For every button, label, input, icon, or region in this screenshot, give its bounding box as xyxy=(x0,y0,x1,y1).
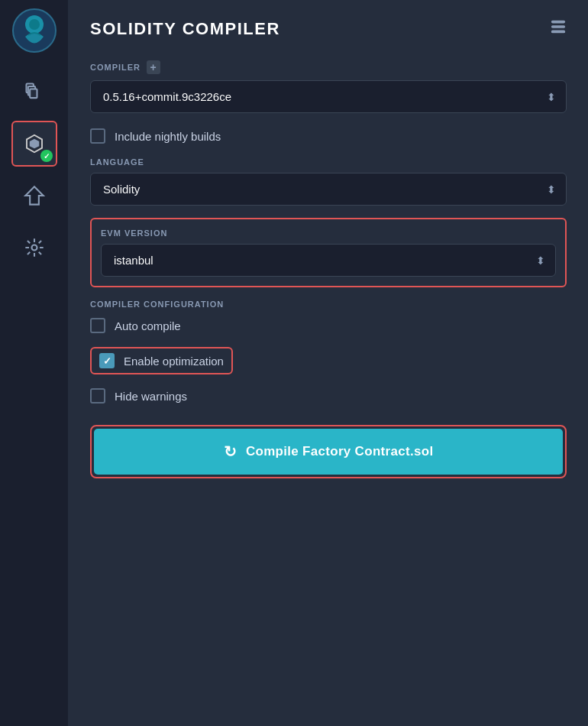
enable-optimization-row[interactable]: Enable optimization xyxy=(90,347,233,374)
svg-rect-10 xyxy=(552,21,565,23)
auto-compile-checkbox[interactable] xyxy=(90,318,105,333)
header: SOLIDITY COMPILER xyxy=(90,18,567,39)
nightly-builds-label: Include nightly builds xyxy=(115,130,221,143)
hide-warnings-row[interactable]: Hide warnings xyxy=(90,385,567,407)
hide-warnings-label: Hide warnings xyxy=(115,390,187,403)
auto-compile-label: Auto compile xyxy=(115,319,181,332)
hide-warnings-checkbox[interactable] xyxy=(90,388,105,404)
nightly-builds-row[interactable]: Include nightly builds xyxy=(90,125,567,147)
svg-marker-8 xyxy=(25,186,43,204)
svg-point-9 xyxy=(31,245,37,251)
language-wrapper: Solidity ⬍ xyxy=(90,173,567,206)
page-title: SOLIDITY COMPILER xyxy=(90,19,280,39)
svg-point-2 xyxy=(29,19,40,30)
compiler-config-section: COMPILER CONFIGURATION Auto compile Enab… xyxy=(90,300,567,407)
svg-rect-11 xyxy=(552,26,565,28)
compiler-version-wrapper: 0.5.16+commit.9c3226ce ⬍ xyxy=(90,80,567,113)
sidebar-item-compiler[interactable]: ✓ xyxy=(11,121,57,167)
sidebar-item-plugin[interactable] xyxy=(11,225,57,271)
add-compiler-button[interactable]: + xyxy=(147,60,160,74)
language-label: LANGUAGE xyxy=(90,157,567,167)
sidebar-item-deploy[interactable] xyxy=(11,173,57,219)
svg-rect-12 xyxy=(552,31,565,33)
enable-optimization-checkbox[interactable] xyxy=(99,353,115,368)
enable-optimization-label: Enable optimization xyxy=(124,355,224,368)
auto-compile-row[interactable]: Auto compile xyxy=(90,315,567,336)
sidebar: ✓ xyxy=(0,0,69,726)
compile-button-label: Compile Factory Contract.sol xyxy=(246,444,434,459)
evm-version-select[interactable]: istanbul xyxy=(101,244,556,277)
logo xyxy=(11,8,57,53)
svg-marker-7 xyxy=(29,139,39,149)
compile-button[interactable]: ↻ Compile Factory Contract.sol xyxy=(94,429,563,475)
evm-version-label: EVM VERSION xyxy=(101,228,556,238)
nightly-builds-checkbox[interactable] xyxy=(90,128,105,144)
language-select[interactable]: Solidity xyxy=(90,173,567,206)
compiler-label: COMPILER + xyxy=(90,60,567,74)
evm-version-section: EVM VERSION istanbul ⬍ xyxy=(90,218,567,287)
svg-rect-5 xyxy=(30,89,37,99)
menu-icon[interactable] xyxy=(550,18,567,39)
evm-version-wrapper: istanbul ⬍ xyxy=(101,244,556,277)
compiler-version-select[interactable]: 0.5.16+commit.9c3226ce xyxy=(90,80,567,113)
compile-refresh-icon: ↻ xyxy=(224,442,237,461)
sidebar-item-files[interactable] xyxy=(11,69,57,115)
config-label: COMPILER CONFIGURATION xyxy=(90,300,567,309)
main-content: SOLIDITY COMPILER COMPILER + 0.5.16+comm… xyxy=(69,0,588,726)
compile-button-wrapper: ↻ Compile Factory Contract.sol xyxy=(90,425,567,478)
